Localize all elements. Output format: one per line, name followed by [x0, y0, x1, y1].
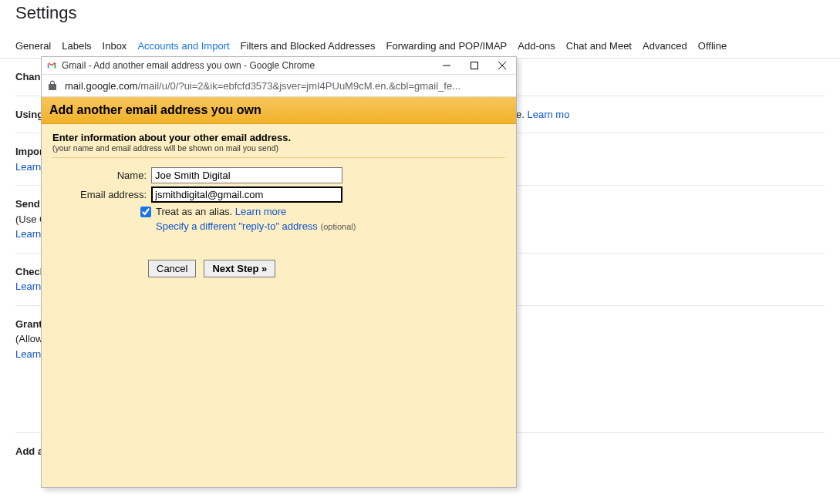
- page-title: Settings: [0, 0, 840, 34]
- lock-icon: [48, 80, 57, 91]
- alias-learn-more-link[interactable]: Learn more: [235, 206, 286, 217]
- tab-chat-meet[interactable]: Chat and Meet: [566, 34, 632, 58]
- reply-optional-text: (optional): [321, 222, 356, 231]
- tab-general[interactable]: General: [15, 34, 51, 58]
- tab-inbox[interactable]: Inbox: [103, 34, 127, 58]
- url-path: /mail/u/0/?ui=2&ik=ebfcfd3573&jsver=jmI4…: [138, 80, 460, 92]
- popup-divider: [52, 157, 505, 158]
- tab-accounts-import[interactable]: Accounts and Import: [137, 34, 229, 58]
- tab-offline[interactable]: Offline: [698, 34, 727, 58]
- tab-addons[interactable]: Add-ons: [518, 34, 555, 58]
- tab-labels[interactable]: Labels: [62, 34, 91, 58]
- popup-instruction: Enter information about your other email…: [52, 132, 505, 143]
- popup-addressbar: mail.google.com/mail/u/0/?ui=2&ik=ebfcfd…: [42, 74, 516, 97]
- maximize-button[interactable]: [468, 59, 481, 72]
- alias-checkbox[interactable]: [140, 207, 151, 217]
- tab-advanced[interactable]: Advanced: [643, 34, 687, 58]
- add-email-popup: Gmail - Add another email address you ow…: [41, 56, 517, 488]
- tab-forwarding[interactable]: Forwarding and POP/IMAP: [386, 34, 507, 58]
- close-button[interactable]: [496, 59, 508, 72]
- cancel-button[interactable]: Cancel: [148, 260, 196, 277]
- reply-to-link[interactable]: Specify a different "reply-to" address: [156, 220, 318, 232]
- popup-titlebar: Gmail - Add another email address you ow…: [42, 57, 516, 74]
- next-step-button[interactable]: Next Step »: [204, 260, 275, 277]
- name-label: Name:: [52, 170, 151, 181]
- settings-tabs: General Labels Inbox Accounts and Import…: [0, 34, 840, 59]
- alias-label: Treat as an alias.: [156, 206, 232, 217]
- popup-body: Add another email address you own Enter …: [42, 97, 516, 487]
- gmail-icon: [46, 60, 57, 71]
- tab-filters[interactable]: Filters and Blocked Addresses: [241, 34, 376, 58]
- popup-header: Add another email address you own: [42, 97, 516, 124]
- popup-instruction-sub: (your name and email address will be sho…: [52, 143, 505, 153]
- email-input[interactable]: [151, 186, 342, 203]
- name-input[interactable]: [151, 167, 342, 183]
- svg-rect-1: [471, 62, 478, 69]
- popup-window-title: Gmail - Add another email address you ow…: [62, 60, 440, 71]
- url-host: mail.google.com: [65, 80, 138, 92]
- minimize-button[interactable]: [440, 59, 453, 72]
- learn-more-workspace-link[interactable]: Learn mo: [527, 109, 569, 120]
- email-label: Email address:: [52, 189, 151, 200]
